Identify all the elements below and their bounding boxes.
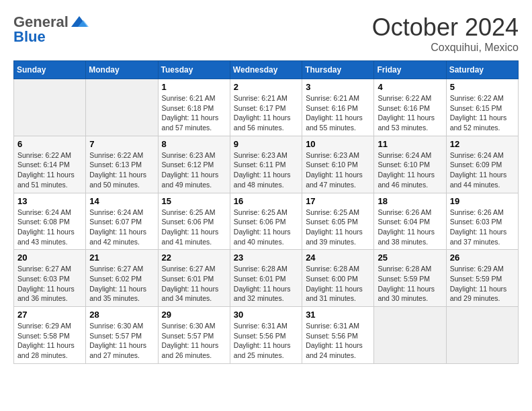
day-info: Sunrise: 6:24 AMSunset: 6:08 PMDaylight:… xyxy=(17,208,82,247)
calendar-cell xyxy=(446,307,518,364)
day-info: Sunrise: 6:30 AMSunset: 5:57 PMDaylight:… xyxy=(89,321,154,361)
weekday-header: Monday xyxy=(86,61,158,79)
logo-blue: Blue xyxy=(13,28,46,46)
calendar-cell: 19Sunrise: 6:26 AMSunset: 6:03 PMDayligh… xyxy=(446,193,518,250)
day-info: Sunrise: 6:27 AMSunset: 6:03 PMDaylight:… xyxy=(17,264,82,304)
calendar-cell: 2Sunrise: 6:21 AMSunset: 6:17 PMDaylight… xyxy=(230,79,302,136)
calendar-cell: 15Sunrise: 6:25 AMSunset: 6:06 PMDayligh… xyxy=(158,193,230,250)
calendar-cell: 22Sunrise: 6:27 AMSunset: 6:01 PMDayligh… xyxy=(158,250,230,307)
calendar-cell: 28Sunrise: 6:30 AMSunset: 5:57 PMDayligh… xyxy=(86,307,158,364)
calendar-cell: 29Sunrise: 6:30 AMSunset: 5:57 PMDayligh… xyxy=(158,307,230,364)
day-number: 29 xyxy=(162,310,226,320)
day-info: Sunrise: 6:29 AMSunset: 5:59 PMDaylight:… xyxy=(450,264,515,304)
calendar-cell: 25Sunrise: 6:28 AMSunset: 5:59 PMDayligh… xyxy=(374,250,446,307)
day-info: Sunrise: 6:25 AMSunset: 6:06 PMDaylight:… xyxy=(234,208,298,247)
day-number: 25 xyxy=(378,253,442,263)
day-info: Sunrise: 6:22 AMSunset: 6:13 PMDaylight:… xyxy=(89,150,154,190)
weekday-header: Sunday xyxy=(14,61,86,79)
weekday-header: Friday xyxy=(374,61,446,79)
day-info: Sunrise: 6:21 AMSunset: 6:17 PMDaylight:… xyxy=(234,93,298,133)
day-number: 10 xyxy=(306,139,370,149)
day-number: 5 xyxy=(450,82,515,92)
logo-icon xyxy=(70,15,89,30)
calendar-cell: 18Sunrise: 6:26 AMSunset: 6:04 PMDayligh… xyxy=(374,193,446,250)
day-info: Sunrise: 6:28 AMSunset: 6:00 PMDaylight:… xyxy=(306,264,370,304)
calendar-cell: 5Sunrise: 6:22 AMSunset: 6:15 PMDaylight… xyxy=(446,79,518,136)
day-info: Sunrise: 6:26 AMSunset: 6:04 PMDaylight:… xyxy=(378,208,442,247)
calendar-week-row: 27Sunrise: 6:29 AMSunset: 5:58 PMDayligh… xyxy=(14,307,519,364)
calendar-cell xyxy=(86,79,158,136)
calendar-cell xyxy=(14,79,86,136)
calendar-cell: 17Sunrise: 6:25 AMSunset: 6:05 PMDayligh… xyxy=(302,193,374,250)
calendar-cell: 13Sunrise: 6:24 AMSunset: 6:08 PMDayligh… xyxy=(14,193,86,250)
weekday-header: Tuesday xyxy=(158,61,230,79)
day-number: 27 xyxy=(17,310,82,320)
calendar-cell: 11Sunrise: 6:24 AMSunset: 6:10 PMDayligh… xyxy=(374,136,446,193)
day-number: 7 xyxy=(89,139,154,149)
day-info: Sunrise: 6:21 AMSunset: 6:18 PMDaylight:… xyxy=(162,93,226,133)
day-info: Sunrise: 6:24 AMSunset: 6:09 PMDaylight:… xyxy=(450,150,515,190)
day-number: 6 xyxy=(17,139,82,149)
calendar-cell: 27Sunrise: 6:29 AMSunset: 5:58 PMDayligh… xyxy=(14,307,86,364)
calendar: SundayMondayTuesdayWednesdayThursdayFrid… xyxy=(13,60,519,364)
day-info: Sunrise: 6:31 AMSunset: 5:56 PMDaylight:… xyxy=(306,321,370,361)
day-number: 21 xyxy=(89,253,154,263)
calendar-cell: 4Sunrise: 6:22 AMSunset: 6:16 PMDaylight… xyxy=(374,79,446,136)
day-info: Sunrise: 6:31 AMSunset: 5:56 PMDaylight:… xyxy=(234,321,298,361)
day-info: Sunrise: 6:25 AMSunset: 6:06 PMDaylight:… xyxy=(162,208,226,247)
calendar-cell: 8Sunrise: 6:23 AMSunset: 6:12 PMDaylight… xyxy=(158,136,230,193)
day-number: 14 xyxy=(89,196,154,206)
calendar-cell: 9Sunrise: 6:23 AMSunset: 6:11 PMDaylight… xyxy=(230,136,302,193)
calendar-week-row: 1Sunrise: 6:21 AMSunset: 6:18 PMDaylight… xyxy=(14,79,519,136)
location: Coxquihui, Mexico xyxy=(372,42,519,54)
calendar-cell: 26Sunrise: 6:29 AMSunset: 5:59 PMDayligh… xyxy=(446,250,518,307)
calendar-cell: 20Sunrise: 6:27 AMSunset: 6:03 PMDayligh… xyxy=(14,250,86,307)
calendar-cell: 7Sunrise: 6:22 AMSunset: 6:13 PMDaylight… xyxy=(86,136,158,193)
weekday-header-row: SundayMondayTuesdayWednesdayThursdayFrid… xyxy=(14,61,519,79)
day-info: Sunrise: 6:21 AMSunset: 6:16 PMDaylight:… xyxy=(306,93,370,133)
day-number: 1 xyxy=(162,82,226,92)
day-info: Sunrise: 6:27 AMSunset: 6:01 PMDaylight:… xyxy=(162,264,226,304)
calendar-cell: 12Sunrise: 6:24 AMSunset: 6:09 PMDayligh… xyxy=(446,136,518,193)
title-block: October 2024 Coxquihui, Mexico xyxy=(372,13,519,54)
day-number: 20 xyxy=(17,253,82,263)
day-number: 18 xyxy=(378,196,442,206)
day-number: 19 xyxy=(450,196,515,206)
calendar-cell: 30Sunrise: 6:31 AMSunset: 5:56 PMDayligh… xyxy=(230,307,302,364)
day-number: 9 xyxy=(234,139,298,149)
day-info: Sunrise: 6:27 AMSunset: 6:02 PMDaylight:… xyxy=(89,264,154,304)
calendar-cell: 3Sunrise: 6:21 AMSunset: 6:16 PMDaylight… xyxy=(302,79,374,136)
day-number: 23 xyxy=(234,253,298,263)
day-number: 13 xyxy=(17,196,82,206)
weekday-header: Thursday xyxy=(302,61,374,79)
day-info: Sunrise: 6:23 AMSunset: 6:11 PMDaylight:… xyxy=(234,150,298,190)
day-info: Sunrise: 6:26 AMSunset: 6:03 PMDaylight:… xyxy=(450,208,515,247)
day-number: 24 xyxy=(306,253,370,263)
logo: General Blue xyxy=(13,13,89,46)
calendar-week-row: 13Sunrise: 6:24 AMSunset: 6:08 PMDayligh… xyxy=(14,193,519,250)
day-info: Sunrise: 6:24 AMSunset: 6:07 PMDaylight:… xyxy=(89,208,154,247)
calendar-cell: 10Sunrise: 6:23 AMSunset: 6:10 PMDayligh… xyxy=(302,136,374,193)
calendar-cell: 23Sunrise: 6:28 AMSunset: 6:01 PMDayligh… xyxy=(230,250,302,307)
calendar-week-row: 20Sunrise: 6:27 AMSunset: 6:03 PMDayligh… xyxy=(14,250,519,307)
month-title: October 2024 xyxy=(372,13,519,42)
day-number: 31 xyxy=(306,310,370,320)
page-header: General Blue October 2024 Coxquihui, Mex… xyxy=(13,13,519,54)
calendar-cell: 31Sunrise: 6:31 AMSunset: 5:56 PMDayligh… xyxy=(302,307,374,364)
calendar-cell: 14Sunrise: 6:24 AMSunset: 6:07 PMDayligh… xyxy=(86,193,158,250)
day-number: 22 xyxy=(162,253,226,263)
day-info: Sunrise: 6:24 AMSunset: 6:10 PMDaylight:… xyxy=(378,150,442,190)
day-info: Sunrise: 6:28 AMSunset: 5:59 PMDaylight:… xyxy=(378,264,442,304)
day-number: 28 xyxy=(89,310,154,320)
weekday-header: Saturday xyxy=(446,61,518,79)
day-number: 26 xyxy=(450,253,515,263)
day-info: Sunrise: 6:23 AMSunset: 6:12 PMDaylight:… xyxy=(162,150,226,190)
calendar-cell: 6Sunrise: 6:22 AMSunset: 6:14 PMDaylight… xyxy=(14,136,86,193)
day-number: 30 xyxy=(234,310,298,320)
day-info: Sunrise: 6:23 AMSunset: 6:10 PMDaylight:… xyxy=(306,150,370,190)
day-number: 17 xyxy=(306,196,370,206)
calendar-week-row: 6Sunrise: 6:22 AMSunset: 6:14 PMDaylight… xyxy=(14,136,519,193)
calendar-cell: 1Sunrise: 6:21 AMSunset: 6:18 PMDaylight… xyxy=(158,79,230,136)
day-info: Sunrise: 6:22 AMSunset: 6:16 PMDaylight:… xyxy=(378,93,442,133)
day-number: 15 xyxy=(162,196,226,206)
